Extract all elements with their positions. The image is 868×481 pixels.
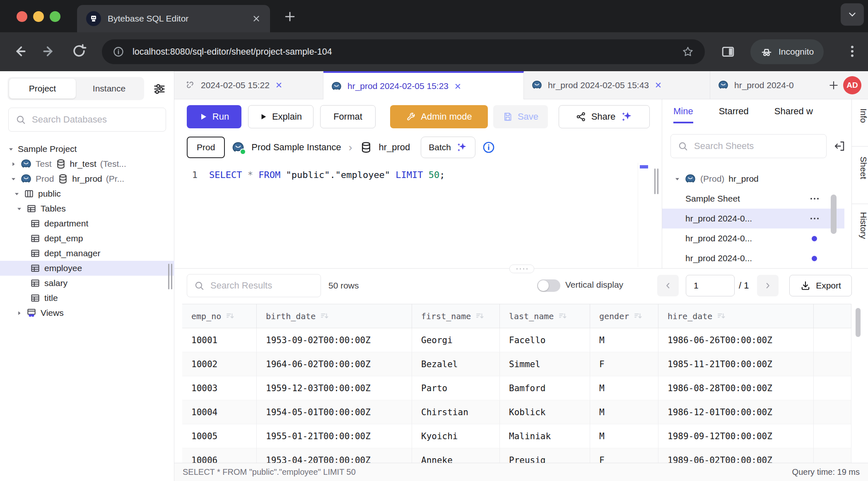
- side-panel-icon[interactable]: [721, 44, 735, 59]
- tree-item-table-employee-selected[interactable]: employee: [0, 261, 174, 276]
- site-info-icon[interactable]: [113, 46, 124, 58]
- sheet-item-selected[interactable]: hr_prod 2024-0...: [662, 209, 844, 228]
- sort-icon: [559, 312, 567, 320]
- close-window-button[interactable]: [17, 11, 27, 22]
- back-icon[interactable]: [12, 43, 28, 60]
- editor-tab-2-active[interactable]: hr_prod 2024-02-05 15:23: [323, 71, 524, 99]
- close-icon[interactable]: [275, 81, 283, 89]
- filter-sliders-icon[interactable]: [152, 82, 166, 96]
- editor-tab-1[interactable]: 2024-02-05 15:22: [178, 71, 323, 99]
- sheet-list-scrollbar[interactable]: [831, 195, 837, 234]
- tree-item-schema-public[interactable]: public: [0, 186, 174, 201]
- zoom-window-button[interactable]: [50, 11, 60, 22]
- sidebar-resize-handle[interactable]: [168, 264, 172, 289]
- caret-right-icon[interactable]: [10, 161, 17, 167]
- tab-starred[interactable]: Starred: [719, 106, 749, 123]
- tree-item-database-hr-prod[interactable]: Prod hr_prod (Pr...: [0, 171, 174, 186]
- explain-button[interactable]: Explain: [248, 105, 313, 128]
- browser-menu-icon[interactable]: [845, 44, 860, 59]
- sheet-item[interactable]: Sample Sheet: [662, 189, 844, 209]
- results-scrollbar[interactable]: [856, 308, 861, 337]
- tab-shared[interactable]: Shared w: [774, 106, 813, 123]
- share-button[interactable]: Share: [559, 105, 650, 128]
- tree-item-table-title[interactable]: title: [0, 291, 174, 305]
- tables-group-label: Tables: [41, 204, 66, 214]
- caret-down-icon[interactable]: [7, 146, 14, 152]
- tab-info[interactable]: Info: [852, 108, 868, 123]
- sql-code-editor[interactable]: 1 SELECT * FROM "public"."employee" LIMI…: [174, 161, 662, 268]
- cell-gender: F: [590, 352, 658, 376]
- sheet-group-hr-prod[interactable]: (Prod) hr_prod: [662, 169, 844, 189]
- add-tab-button[interactable]: [822, 71, 845, 99]
- tab-instance[interactable]: Instance: [76, 79, 142, 99]
- more-menu-icon[interactable]: [810, 198, 819, 200]
- browser-tab[interactable]: Bytebase SQL Editor: [77, 5, 270, 32]
- database-search[interactable]: [8, 108, 166, 132]
- column-header-hire-date[interactable]: hire_date: [658, 304, 814, 328]
- results-search[interactable]: [187, 274, 321, 297]
- admin-mode-button[interactable]: Admin mode: [390, 105, 488, 128]
- editor-tab-3[interactable]: hr_prod 2024-02-05 15:43: [524, 71, 710, 99]
- database-search-input[interactable]: [31, 114, 159, 125]
- address-bar[interactable]: localhost:8080/sql-editor/sheet/project-…: [102, 39, 705, 64]
- column-header-gender[interactable]: gender: [590, 304, 658, 328]
- environment-chip[interactable]: Prod: [187, 137, 225, 158]
- import-sheet-icon[interactable]: [833, 140, 846, 152]
- info-icon[interactable]: [482, 141, 495, 154]
- results-search-input[interactable]: [210, 280, 314, 291]
- cell-gender: M: [590, 328, 658, 352]
- prev-page-button[interactable]: [657, 275, 679, 296]
- postgresql-icon: [718, 79, 729, 91]
- tree-item-table-department[interactable]: department: [0, 216, 174, 231]
- editor-minimap[interactable]: [638, 163, 651, 267]
- tab-history[interactable]: History: [852, 212, 868, 239]
- tree-item-table-dept-manager[interactable]: dept_manager: [0, 246, 174, 261]
- caret-down-icon[interactable]: [16, 206, 22, 212]
- sheet-item[interactable]: hr_prod 2024-0...: [662, 248, 844, 268]
- caret-right-icon[interactable]: [16, 310, 22, 316]
- batch-button[interactable]: Batch: [421, 137, 475, 158]
- close-tab-icon[interactable]: [252, 14, 261, 23]
- tab-sheet[interactable]: Sheet: [852, 156, 868, 179]
- tab-mine[interactable]: Mine: [673, 106, 693, 123]
- tree-item-table-dept-emp[interactable]: dept_emp: [0, 231, 174, 246]
- column-header-emp-no[interactable]: emp_no: [182, 304, 257, 328]
- close-icon[interactable]: [654, 81, 662, 89]
- reload-icon[interactable]: [71, 43, 87, 59]
- panel-resize-handle[interactable]: [654, 168, 658, 194]
- minimize-window-button[interactable]: [33, 11, 44, 22]
- database-name[interactable]: hr_prod: [379, 142, 410, 153]
- column-header-birth-date[interactable]: birth_date: [257, 304, 412, 328]
- caret-down-icon[interactable]: [674, 176, 680, 182]
- forward-icon[interactable]: [41, 43, 57, 60]
- bookmark-star-icon[interactable]: [682, 46, 694, 58]
- tree-item-views-group[interactable]: Views: [0, 305, 174, 320]
- tree-item-table-salary[interactable]: salary: [0, 276, 174, 291]
- tree-item-tables-group[interactable]: Tables: [0, 201, 174, 216]
- export-button[interactable]: Export: [789, 275, 852, 296]
- page-number-input[interactable]: [686, 275, 735, 296]
- next-page-button[interactable]: [757, 275, 779, 296]
- vertical-display-toggle[interactable]: [537, 279, 560, 292]
- tab-project[interactable]: Project: [9, 79, 76, 99]
- caret-down-icon[interactable]: [10, 176, 17, 182]
- sheet-search[interactable]: [670, 134, 827, 158]
- close-icon[interactable]: [454, 82, 462, 90]
- user-avatar[interactable]: AD: [843, 76, 861, 94]
- sheet-search-input[interactable]: [693, 140, 820, 152]
- tree-item-project[interactable]: Sample Project: [0, 142, 174, 156]
- run-button[interactable]: Run: [187, 105, 241, 128]
- more-menu-icon[interactable]: [810, 218, 819, 219]
- new-tab-button[interactable]: [280, 7, 300, 26]
- instance-name[interactable]: Prod Sample Instance: [251, 142, 341, 153]
- table-icon: [30, 263, 41, 274]
- caret-down-icon[interactable]: [13, 191, 20, 197]
- column-header-first-name[interactable]: first_name: [412, 304, 500, 328]
- tab-search-chevron-button[interactable]: [841, 3, 864, 26]
- editor-tab-4[interactable]: hr_prod 2024-0: [710, 71, 822, 99]
- column-header-last-name[interactable]: last_name: [500, 304, 590, 328]
- format-button[interactable]: Format: [320, 105, 376, 128]
- tree-item-database-hr-test[interactable]: Test hr_test (Test...: [0, 156, 174, 171]
- sheet-item[interactable]: hr_prod 2024-0...: [662, 228, 844, 248]
- save-button[interactable]: Save: [493, 105, 548, 128]
